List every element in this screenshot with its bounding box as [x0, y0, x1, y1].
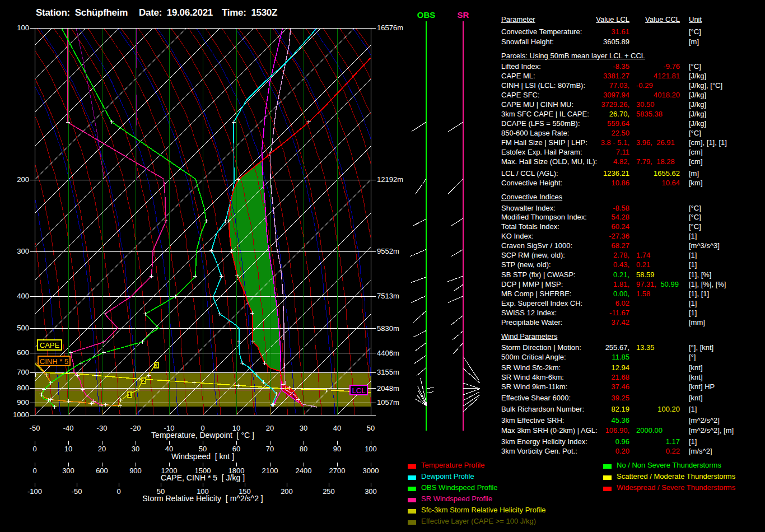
svg-text:CINH * 5: CINH * 5: [40, 357, 68, 366]
svg-text:LCL: LCL: [352, 386, 366, 395]
svg-text:2: 2: [142, 377, 145, 384]
svg-text:CAPE: CAPE: [40, 341, 60, 349]
svg-text:1: 1: [128, 391, 131, 398]
svg-text:3: 3: [155, 362, 158, 368]
